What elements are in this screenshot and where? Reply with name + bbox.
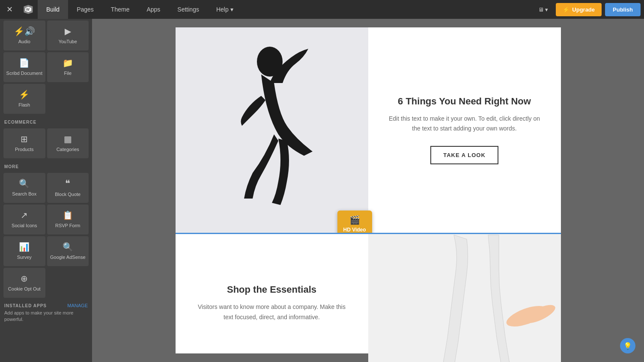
sidebar-item-google-adsense-label: Google AdSense	[50, 255, 86, 260]
tab-settings[interactable]: Settings	[169, 0, 208, 19]
ecommerce-section-title: Ecommerce	[0, 116, 92, 127]
sidebar-item-flash[interactable]: ⚡ Flash	[3, 84, 45, 114]
block-quote-icon: ❝	[65, 178, 70, 189]
sidebar-item-social-icons-label: Social Icons	[12, 223, 37, 228]
more-section-title: More	[0, 160, 92, 171]
sidebar-item-cookie-opt-out[interactable]: ⊕ Cookie Opt Out	[3, 268, 45, 298]
sidebar-item-products[interactable]: ⊞ Products	[3, 128, 45, 158]
sidebar-item-youtube[interactable]: ▶ YouTube	[47, 21, 89, 50]
sidebar-item-file-label: File	[64, 71, 72, 76]
rsvp-form-icon: 📋	[63, 210, 73, 220]
section-1-title: 6 Things You Need Right Now	[398, 96, 531, 107]
survey-icon: 📊	[19, 242, 30, 252]
svg-text:W: W	[26, 7, 30, 12]
installed-apps-section: Installed Apps MANAGE Add apps to make y…	[0, 300, 92, 326]
section-2-content: Shop the Essentials Visitors want to kno…	[176, 234, 368, 362]
section-1-image	[176, 27, 368, 233]
sidebar-item-categories-label: Categories	[57, 147, 79, 152]
section-1-content: 6 Things You Need Right Now Edit this te…	[368, 27, 561, 233]
installed-apps-description: Add apps to make your site more powerful…	[4, 310, 88, 323]
sidebar-more-grid: 🔍 Search Box ❝ Block Quote ↗ Social Icon…	[0, 171, 92, 300]
sidebar-item-categories[interactable]: ▦ Categories	[47, 128, 89, 158]
publish-button[interactable]: Publish	[605, 3, 641, 16]
weebly-logo: W	[19, 0, 38, 19]
file-icon: 📁	[63, 58, 73, 68]
sidebar-item-block-quote-label: Block Quote	[55, 192, 80, 197]
youtube-icon: ▶	[65, 26, 71, 36]
main-area: ⚡🔊 Audio ▶ YouTube 📄 Scribd Document 📁 F…	[0, 19, 644, 362]
installed-apps-header: Installed Apps MANAGE	[4, 303, 88, 308]
sidebar-item-rsvp-form[interactable]: 📋 RSVP Form	[47, 205, 89, 234]
sidebar-item-survey-label: Survey	[17, 255, 32, 260]
tab-theme[interactable]: Theme	[102, 0, 138, 19]
canvas-area: 6 Things You Need Right Now Edit this te…	[92, 19, 644, 362]
sidebar-ecommerce-grid: ⊞ Products ▦ Categories	[0, 127, 92, 160]
manage-link[interactable]: MANAGE	[67, 303, 88, 308]
tab-apps[interactable]: Apps	[138, 0, 169, 19]
page-canvas: 6 Things You Need Right Now Edit this te…	[176, 27, 561, 353]
sidebar-item-scribd[interactable]: 📄 Scribd Document	[3, 52, 45, 82]
take-a-look-button[interactable]: TAKE A LOOK	[430, 146, 498, 164]
upgrade-icon: ⚡	[563, 6, 569, 13]
section-2-title: Shop the Essentials	[193, 284, 351, 295]
sidebar-item-search-box[interactable]: 🔍 Search Box	[3, 173, 45, 203]
search-box-icon: 🔍	[19, 178, 30, 189]
sidebar-item-block-quote[interactable]: ❝ Block Quote	[47, 173, 89, 203]
products-icon: ⊞	[21, 134, 28, 144]
sidebar-item-rsvp-form-label: RSVP Form	[55, 223, 80, 228]
section-2-description: Visitors want to know more about a compa…	[193, 302, 351, 323]
sidebar-item-google-adsense[interactable]: 🔍 Google AdSense	[47, 236, 89, 266]
hd-video-tooltip[interactable]: 🎬 HD Video	[337, 211, 372, 233]
sidebar-item-products-label: Products	[15, 147, 33, 152]
nav-right: 🖥 ▾ ⚡ Upgrade Publish	[534, 0, 644, 19]
upgrade-label: Upgrade	[572, 6, 595, 13]
upgrade-button[interactable]: ⚡ Upgrade	[556, 3, 602, 16]
sidebar-item-social-icons[interactable]: ↗ Social Icons	[3, 205, 45, 234]
sidebar: ⚡🔊 Audio ▶ YouTube 📄 Scribd Document 📁 F…	[0, 19, 92, 362]
social-icons-icon: ↗	[21, 210, 28, 220]
sidebar-item-audio[interactable]: ⚡🔊 Audio	[3, 21, 45, 50]
tab-build[interactable]: Build	[38, 0, 68, 19]
section-1: 6 Things You Need Right Now Edit this te…	[176, 27, 561, 233]
google-adsense-icon: 🔍	[63, 242, 73, 252]
audio-icon: ⚡🔊	[14, 26, 35, 36]
scribd-icon: 📄	[19, 58, 30, 68]
sidebar-item-cookie-opt-out-label: Cookie Opt Out	[8, 286, 41, 292]
nav-tabs: Build Pages Theme Apps Settings Help ▾	[38, 0, 534, 19]
cookie-opt-out-icon: ⊕	[21, 273, 28, 284]
section-2: Shop the Essentials Visitors want to kno…	[176, 234, 561, 362]
sidebar-media-grid: ⚡🔊 Audio ▶ YouTube 📄 Scribd Document 📁 F…	[0, 19, 92, 116]
device-selector[interactable]: 🖥 ▾	[534, 0, 553, 19]
sidebar-item-search-box-label: Search Box	[12, 191, 36, 197]
sidebar-item-youtube-label: YouTube	[59, 39, 77, 45]
tab-pages[interactable]: Pages	[68, 0, 102, 19]
help-button[interactable]: 💡	[620, 338, 635, 353]
top-nav: ✕ W Build Pages Theme Apps Settings Help…	[0, 0, 644, 19]
sidebar-item-flash-label: Flash	[18, 102, 30, 108]
sidebar-item-file[interactable]: 📁 File	[47, 52, 89, 82]
tab-help[interactable]: Help ▾	[208, 0, 242, 19]
close-button[interactable]: ✕	[0, 0, 19, 19]
section-2-image	[368, 234, 561, 362]
sidebar-item-scribd-label: Scribd Document	[6, 71, 42, 76]
flash-icon: ⚡	[19, 89, 30, 100]
installed-apps-title: Installed Apps	[4, 303, 47, 308]
section-1-description: Edit this text to make it your own. To e…	[385, 114, 544, 133]
sidebar-item-audio-label: Audio	[18, 39, 30, 45]
hd-video-label: HD Video	[343, 227, 366, 233]
sidebar-item-survey[interactable]: 📊 Survey	[3, 236, 45, 266]
help-icon: 💡	[623, 342, 632, 350]
categories-icon: ▦	[64, 134, 72, 144]
hd-video-icon: 🎬	[349, 215, 360, 225]
